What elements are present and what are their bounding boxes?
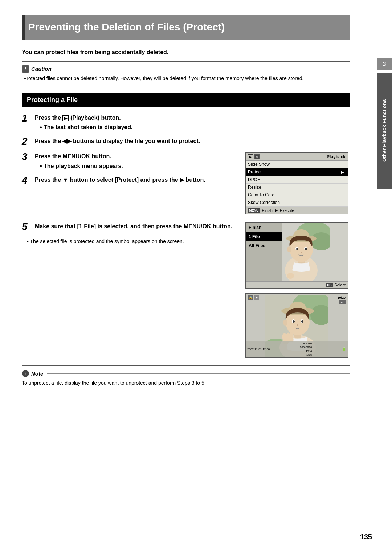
protect-option-1file-label: 1 File (249, 234, 260, 239)
screen-3-overlay: 🔒 ▶ 10/20 SD (246, 294, 348, 306)
menu-item-resize-label: Resize (248, 185, 261, 190)
screen-1-footer: MENU Finish ▶ Execute (246, 207, 348, 214)
step-1-content: Press the ▶ (Playback) button. The last … (35, 114, 350, 132)
step-3-number: 3 (22, 152, 35, 162)
screen-3: 🔒 ▶ 10/20 SD (245, 293, 348, 358)
screen-3-inner: 🔒 ▶ 10/20 SD (246, 294, 348, 357)
menu-item-slideshow-label: Slide Show (248, 162, 270, 167)
note-title: ♪ Note (22, 370, 350, 377)
menu-item-protect: Protect ▶ (246, 168, 348, 176)
sidebar-label: Other Playback Functions (381, 99, 387, 162)
menu-item-slideshow: Slide Show (246, 161, 348, 168)
step-3: 3 Press the MENU/OK button. The playback… (22, 152, 238, 170)
protect-option-allfiles: All Files (246, 241, 282, 250)
svg-point-11 (305, 248, 307, 250)
step-3-text: Press the MENU/OK button. (35, 152, 238, 160)
step-5: 5 Make sure that [1 File] is selected, a… (22, 222, 238, 232)
screen-2: Finish 1 File All Files (245, 222, 348, 289)
n-label: N 1280 (300, 342, 312, 345)
section-title-text: Protecting a File (27, 96, 78, 103)
protect-option-1file: 1 File (246, 232, 282, 241)
step-2-text: Press the ◀▶ buttons to display the file… (35, 137, 350, 145)
step-2: 2 Press the ◀▶ buttons to display the fi… (22, 137, 350, 147)
menu-btn: MENU (248, 208, 260, 213)
bullet-note: The selected file is protected and the s… (22, 238, 238, 245)
chapter-number: 3 (377, 58, 392, 70)
menu-item-protect-arrow: ▶ (341, 170, 344, 174)
caution-icon: ! (22, 65, 29, 73)
steps-3-4-right: ▶ ⚙ Playback Slide Show Protect ▶ DPOF (245, 152, 350, 219)
menu-item-copy-label: Copy To Card (248, 192, 274, 197)
svg-point-26 (293, 320, 295, 323)
screen-2-image: Finish 1 File All Files (246, 223, 348, 281)
svg-point-12 (287, 246, 291, 252)
step-5-text: Make sure that [1 File] is selected, and… (35, 222, 238, 230)
step-3-sub: The playback menu appears. (35, 162, 238, 170)
note-label: Note (31, 371, 43, 377)
protect-menu-overlay: Finish 1 File All Files (246, 223, 282, 281)
screen-2-footer: OK Select (246, 281, 348, 288)
svg-point-28 (283, 320, 287, 326)
title-block: Preventing the Deletion of Files (Protec… (22, 15, 350, 40)
caution-text: Protected files cannot be deleted normal… (22, 75, 350, 82)
step-4-text: Press the ▼ button to select [Protect] a… (35, 176, 238, 184)
intro-text: You can protect files from being acciden… (22, 49, 350, 56)
protect-option-finish: Finish (246, 223, 282, 232)
step-4: 4 Press the ▼ button to select [Protect]… (22, 176, 238, 185)
svg-point-13 (287, 273, 294, 279)
file-num: 100-0010 (300, 345, 312, 349)
sd-badge: SD (339, 300, 346, 304)
screen-1: ▶ ⚙ Playback Slide Show Protect ▶ DPOF (245, 152, 348, 214)
menu-item-resize: Resize (246, 184, 348, 191)
page-number: 135 (360, 533, 372, 541)
screen-3-bottom-right: N 1280 100-0010 F2.4 1/15 (300, 342, 312, 357)
screen-3-icons: 🔒 ▶ (248, 295, 259, 300)
step-2-content: Press the ◀▶ buttons to display the file… (35, 137, 350, 145)
main-content: Preventing the Deletion of Files (Protec… (22, 0, 372, 390)
section-header: Protecting a File (22, 93, 350, 107)
aperture: F2.4 (300, 349, 312, 353)
step-5-right: Finish 1 File All Files (245, 222, 350, 358)
battery-icon: 🔋 (342, 347, 346, 351)
caution-label: Caution (31, 66, 52, 72)
menu-item-skew-label: Skew Correction (248, 200, 280, 205)
menu-item-dpof: DPOF (246, 176, 348, 184)
note-box: ♪ Note To unprotect a file, display the … (22, 365, 350, 390)
step-5-content: Make sure that [1 File] is selected, and… (35, 222, 238, 230)
screen-1-title: Playback (327, 154, 346, 159)
screen-3-bottom-left: 2007/11/01 12:00 (247, 348, 270, 351)
menu-item-protect-label: Protect (248, 169, 262, 175)
steps-3-4-row: 3 Press the MENU/OK button. The playback… (22, 152, 350, 219)
step-5-left: 5 Make sure that [1 File] is selected, a… (22, 222, 238, 358)
protect-option-finish-label: Finish (249, 225, 261, 230)
play-symbol: ▶ (254, 295, 259, 300)
menu-item-dpof-label: DPOF (248, 177, 260, 182)
screen-1-footer-finish: Finish (262, 208, 273, 213)
protect-option-allfiles-label: All Files (249, 243, 265, 248)
page-title: Preventing the Deletion of Files (Protec… (28, 21, 343, 33)
caution-title: ! Caution (22, 65, 350, 73)
svg-point-10 (296, 248, 298, 250)
footer-arrow: ▶ (275, 208, 278, 213)
caution-box: ! Caution Protected files cannot be dele… (22, 61, 350, 86)
date-stamp: 2007/11/01 12:00 (247, 348, 270, 351)
screen-3-bottom: 2007/11/01 12:00 N 1280 100-0010 F2.4 1/… (246, 341, 348, 358)
sd-badge-container: SD (337, 300, 346, 305)
caution-divider (55, 69, 350, 69)
screen-3-info-right: 10/20 SD (337, 295, 346, 304)
steps-3-4-left: 3 Press the MENU/OK button. The playback… (22, 152, 238, 219)
ok-btn: OK (326, 283, 333, 287)
step-3-content: Press the MENU/OK button. The playback m… (35, 152, 238, 170)
step-1-sub: The last shot taken is displayed. (35, 123, 350, 131)
chapter-number-text: 3 (383, 61, 386, 67)
screen-1-footer-execute: Execute (280, 208, 294, 213)
photo-count: 10/20 (337, 295, 346, 300)
step-4-number: 4 (22, 175, 35, 185)
menu-item-skew: Skew Correction (246, 199, 348, 207)
sidebar-tab: Other Playback Functions (377, 73, 392, 189)
note-icon: ♪ (22, 370, 29, 377)
step-4-content: Press the ▼ button to select [Protect] a… (35, 176, 238, 184)
note-text: To unprotect a file, display the file yo… (22, 379, 350, 387)
lock-symbol: 🔒 (248, 295, 253, 300)
step-1-number: 1 (22, 113, 35, 123)
